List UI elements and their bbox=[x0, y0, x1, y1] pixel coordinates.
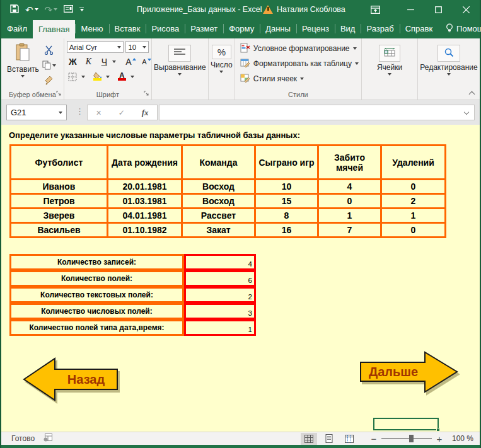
table-cell[interactable]: 7 bbox=[318, 223, 381, 238]
borders-icon[interactable] bbox=[67, 70, 79, 83]
paste-dropdown-icon[interactable] bbox=[21, 75, 25, 78]
answer-cell[interactable]: 4 bbox=[184, 254, 256, 270]
cells-button[interactable]: Ячейки bbox=[364, 41, 415, 78]
answer-cell[interactable]: 2 bbox=[184, 287, 256, 303]
qat-window-icon[interactable] bbox=[64, 5, 73, 14]
table-cell[interactable]: Иванов bbox=[11, 180, 108, 194]
clipboard-dialog-launcher-icon[interactable] bbox=[56, 89, 62, 98]
font-color-dropdown-icon[interactable] bbox=[130, 76, 134, 78]
table-cell[interactable]: Закат bbox=[182, 223, 255, 238]
bold-button[interactable]: Ж bbox=[67, 55, 79, 68]
table-cell[interactable]: Рассвет bbox=[182, 209, 255, 223]
table-cell[interactable]: 10 bbox=[255, 180, 318, 194]
copy-icon[interactable] bbox=[42, 59, 56, 72]
table-cell[interactable]: Петров bbox=[11, 194, 108, 209]
underline-dropdown-icon[interactable] bbox=[112, 60, 116, 63]
redo-dropdown-icon[interactable] bbox=[54, 8, 57, 11]
table-cell[interactable]: 0 bbox=[318, 194, 381, 209]
zoom-in-icon[interactable]: + bbox=[436, 434, 443, 444]
cancel-icon[interactable]: × bbox=[96, 108, 101, 118]
tab-formulas[interactable]: Форму bbox=[223, 19, 260, 38]
font-name-combo[interactable]: Arial Cyr bbox=[67, 41, 124, 53]
tell-me-button[interactable]: Помощн bbox=[438, 19, 481, 38]
table-cell[interactable]: Васильев bbox=[11, 223, 108, 238]
next-arrow-button[interactable]: Дальше bbox=[359, 350, 459, 394]
tab-home[interactable]: Главная bbox=[33, 20, 75, 38]
table-cell[interactable]: 01.10.1982 bbox=[108, 223, 182, 238]
undo-icon[interactable]: ↶ bbox=[25, 5, 33, 14]
account-info[interactable]: Наталия Скоблова bbox=[263, 0, 345, 19]
header-cell[interactable]: Команда bbox=[182, 146, 255, 180]
table-cell[interactable]: 16 bbox=[255, 223, 318, 238]
answer-cell[interactable]: 3 bbox=[184, 303, 256, 319]
back-arrow-button[interactable]: Назад bbox=[22, 356, 120, 403]
tab-menu[interactable]: Меню bbox=[75, 19, 108, 38]
worksheet[interactable]: Определите указанные числовые параметры … bbox=[1, 125, 480, 432]
insert-function-icon[interactable]: fx bbox=[142, 108, 149, 118]
alignment-button[interactable]: Выравнивание bbox=[154, 41, 206, 78]
view-page-layout-icon[interactable] bbox=[321, 433, 337, 445]
enter-icon[interactable]: ✓ bbox=[119, 108, 125, 117]
table-cell[interactable]: 4 bbox=[318, 180, 381, 194]
header-cell[interactable]: Забито мячей bbox=[318, 146, 381, 180]
table-cell[interactable]: 20.01.1981 bbox=[108, 180, 182, 194]
selected-cell[interactable] bbox=[373, 418, 439, 430]
underline-button[interactable]: Ч bbox=[98, 55, 110, 68]
zoom-slider-thumb[interactable] bbox=[409, 435, 414, 442]
zoom-level[interactable]: 100 % bbox=[447, 434, 473, 443]
header-cell[interactable]: Дата рождения bbox=[108, 146, 182, 180]
zoom-slider[interactable] bbox=[381, 434, 432, 443]
table-cell[interactable]: 2 bbox=[381, 194, 446, 209]
tab-help[interactable]: Справк bbox=[400, 19, 438, 38]
expand-formula-bar-icon[interactable] bbox=[464, 110, 469, 115]
undo-dropdown-icon[interactable] bbox=[35, 8, 38, 11]
borders-dropdown-icon[interactable] bbox=[81, 76, 85, 78]
cut-icon[interactable] bbox=[42, 43, 56, 57]
font-dialog-launcher-icon[interactable] bbox=[144, 89, 149, 98]
conditional-formatting-button[interactable]: Условное форматирование bbox=[240, 41, 359, 56]
format-painter-icon[interactable] bbox=[42, 74, 56, 87]
tab-draw[interactable]: Рисова bbox=[146, 19, 185, 38]
close-icon[interactable] bbox=[452, 0, 480, 19]
table-cell[interactable]: Зверев bbox=[11, 209, 108, 223]
save-icon[interactable] bbox=[10, 4, 19, 15]
tab-file[interactable]: Файл bbox=[1, 19, 33, 38]
name-box[interactable]: G21 bbox=[6, 105, 67, 120]
table-cell[interactable]: 1 bbox=[381, 209, 446, 223]
table-cell[interactable]: 15 bbox=[255, 194, 318, 209]
decrease-font-button[interactable]: А bbox=[141, 55, 153, 68]
tab-review[interactable]: Реценз bbox=[296, 19, 335, 38]
table-cell[interactable]: 01.03.1981 bbox=[108, 194, 182, 209]
redo-icon[interactable]: ↷ bbox=[45, 5, 53, 14]
paste-button[interactable]: Вставить bbox=[4, 41, 42, 87]
header-cell[interactable]: Футболист bbox=[11, 146, 108, 180]
collapse-ribbon-icon[interactable] bbox=[469, 90, 475, 96]
tab-view[interactable]: Вид bbox=[335, 19, 361, 38]
table-cell[interactable]: Восход bbox=[182, 194, 255, 209]
fill-color-dropdown-icon[interactable] bbox=[106, 76, 110, 78]
tab-developer[interactable]: Разраб bbox=[361, 19, 399, 38]
format-as-table-button[interactable]: Форматировать как таблицу bbox=[240, 56, 359, 71]
ribbon-display-options-icon[interactable] bbox=[364, 0, 386, 19]
header-cell[interactable]: Удалений bbox=[381, 146, 446, 180]
table-cell[interactable]: 8 bbox=[255, 209, 318, 223]
answer-cell[interactable]: 1 bbox=[184, 319, 256, 336]
cell-styles-button[interactable]: Стили ячеек bbox=[240, 71, 359, 86]
table-cell[interactable]: Восход bbox=[182, 180, 255, 194]
answer-cell[interactable]: 6 bbox=[184, 270, 256, 287]
tab-data[interactable]: Данны bbox=[260, 19, 296, 38]
name-box-dropdown-icon[interactable] bbox=[59, 112, 62, 114]
fill-color-icon[interactable] bbox=[91, 70, 103, 83]
customize-qat-icon[interactable] bbox=[79, 8, 84, 12]
editing-button[interactable]: Редактирование bbox=[420, 41, 477, 78]
name-box-resizer[interactable]: ⋮ bbox=[76, 106, 84, 116]
table-cell[interactable]: 1 bbox=[318, 209, 381, 223]
increase-font-button[interactable]: А bbox=[125, 55, 137, 68]
font-color-icon[interactable]: А bbox=[116, 70, 128, 83]
table-cell[interactable]: 0 bbox=[381, 223, 446, 238]
italic-button[interactable]: К bbox=[83, 55, 95, 68]
view-normal-icon[interactable] bbox=[301, 433, 317, 445]
header-cell[interactable]: Сыграно игр bbox=[255, 146, 318, 180]
number-button[interactable]: % Число bbox=[211, 41, 232, 75]
copy-dropdown-icon[interactable] bbox=[52, 64, 56, 67]
